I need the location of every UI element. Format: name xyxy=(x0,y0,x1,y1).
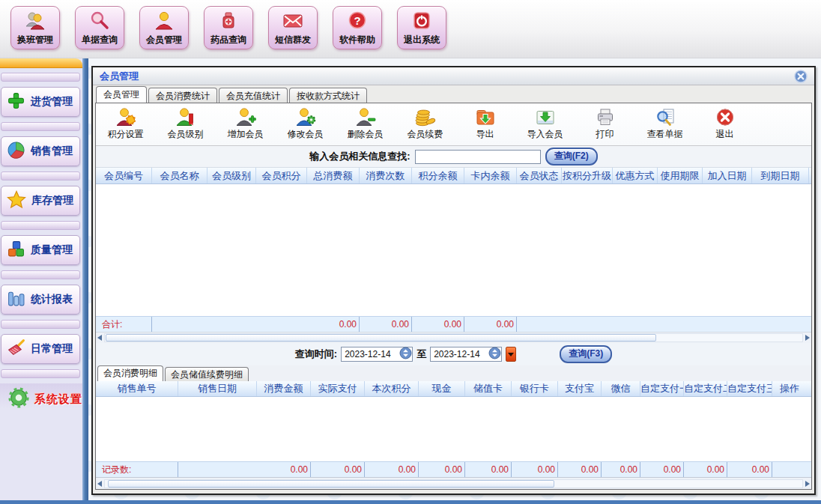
bottom-edge-bar xyxy=(0,500,821,504)
column-header[interactable]: 支付宝 xyxy=(558,381,602,396)
column-header[interactable]: 自定支付三 xyxy=(727,381,772,396)
toolbar-button-label: 会员管理 xyxy=(146,34,182,46)
column-header[interactable]: 实际支付 xyxy=(311,381,365,396)
spinner-icon[interactable] xyxy=(399,347,412,362)
column-header[interactable]: 加入日期 xyxy=(703,168,752,183)
members-table-body[interactable] xyxy=(96,184,811,316)
column-header[interactable]: 到期日期 xyxy=(752,168,809,183)
scrollbar-thumb[interactable] xyxy=(106,334,656,341)
tab-recharge-stats[interactable]: 会员充值统计 xyxy=(219,88,288,103)
scrollbar-track[interactable] xyxy=(104,479,803,488)
date-to-field[interactable]: 2023-12-14 xyxy=(430,347,502,362)
scroll-right-arrow[interactable] xyxy=(805,481,810,487)
panel-title: 会员管理 xyxy=(100,70,139,83)
column-header[interactable]: 操作 xyxy=(772,381,807,396)
column-header[interactable]: 会员编号 xyxy=(96,168,152,183)
view-receipt-button[interactable]: 查看单据 xyxy=(640,106,690,145)
shift-people-icon xyxy=(24,10,46,32)
column-header[interactable]: 现金 xyxy=(419,381,465,396)
import-member-button[interactable]: 导入会员 xyxy=(520,106,570,145)
column-header[interactable]: 积分余额 xyxy=(412,168,464,183)
member-management-window: 会员管理 会员管理 会员消费统计 会员充值统计 按收款方式统计 xyxy=(91,66,816,495)
members-table-header: 会员编号 会员名称 会员级别 会员积分 总消费额 消费次数 积分余额 卡内余额 … xyxy=(96,168,811,184)
column-header[interactable]: 自定支付一 xyxy=(640,381,684,396)
member-toolbar-label: 积分设置 xyxy=(108,128,144,141)
query-f3-button[interactable]: 查询(F3) xyxy=(560,345,612,363)
column-header[interactable]: 优惠方式 xyxy=(613,168,658,183)
column-header[interactable]: 消费金额 xyxy=(257,381,311,396)
sidebar-item-purchase[interactable]: 进货管理 xyxy=(1,87,80,117)
total-times-value: 0.00 xyxy=(360,317,412,333)
toolbar-button-exit-system[interactable]: 退出系统 xyxy=(397,6,446,49)
toolbar-button-shift[interactable]: 换班管理 xyxy=(10,6,60,49)
exit-button[interactable]: 退出 xyxy=(700,106,750,145)
toolbar-button-help[interactable]: ? 软件帮助 xyxy=(333,6,382,49)
close-x-icon xyxy=(715,106,736,127)
scrollbar-track[interactable] xyxy=(104,333,803,342)
doc-magnifier-icon xyxy=(655,106,676,127)
print-button[interactable]: 打印 xyxy=(580,106,630,145)
sidebar-separator xyxy=(1,122,80,131)
member-toolbar-label: 打印 xyxy=(596,128,614,141)
export-button[interactable]: 导出 xyxy=(460,106,510,145)
column-header[interactable]: 本次积分 xyxy=(365,381,419,396)
tab-content: 积分设置 会员级别 xyxy=(95,103,812,490)
column-header[interactable]: 会员级别 xyxy=(207,168,256,183)
edit-member-button[interactable]: 修改会员 xyxy=(280,106,330,145)
member-level-button[interactable]: 会员级别 xyxy=(160,106,210,145)
column-header[interactable]: 销售单号 xyxy=(96,381,178,396)
tab-consume-stats[interactable]: 会员消费统计 xyxy=(148,88,217,103)
column-header[interactable]: 银行卡 xyxy=(512,381,558,396)
detail-table-body[interactable] xyxy=(96,397,811,461)
column-header[interactable]: 按积分升级 xyxy=(562,168,613,183)
scroll-left-arrow[interactable] xyxy=(97,335,102,341)
detail-tabs: 会员消费明细 会员储值续费明细 xyxy=(96,365,811,381)
members-totals-row: 合计: 0.00 0.00 0.00 0.00 xyxy=(96,316,811,332)
column-header[interactable]: 卡内余额 xyxy=(464,168,517,183)
delete-member-button[interactable]: 删除会员 xyxy=(340,106,390,145)
column-header[interactable]: 储值卡 xyxy=(465,381,512,396)
column-header[interactable]: 使用期限 xyxy=(658,168,703,183)
add-member-button[interactable]: 增加会员 xyxy=(220,106,270,145)
toolbar-button-member[interactable]: 会员管理 xyxy=(139,6,189,49)
column-header[interactable]: 总消费额 xyxy=(307,168,360,183)
query-time-label: 查询时间: xyxy=(295,347,337,361)
column-header[interactable]: 微信 xyxy=(602,381,640,396)
sidebar-item-settings[interactable]: 系统设置 xyxy=(0,383,82,415)
tab-consume-detail[interactable]: 会员消费明细 xyxy=(97,365,163,381)
points-settings-button[interactable]: 积分设置 xyxy=(100,106,151,145)
toolbar-button-medicine-search[interactable]: 药品查询 xyxy=(204,6,253,49)
sidebar-item-daily[interactable]: 日常管理 xyxy=(1,334,80,364)
sidebar-item-reports[interactable]: 统计报表 xyxy=(1,285,80,315)
scroll-left-arrow[interactable] xyxy=(97,481,102,487)
bar-chart-icon xyxy=(7,289,25,311)
top-toolbar: 换班管理 单据查询 会员管理 xyxy=(0,0,821,58)
plus-icon xyxy=(7,91,25,113)
search-f2-button[interactable]: 查询(F2) xyxy=(545,148,598,166)
scroll-right-arrow[interactable] xyxy=(805,335,810,341)
spinner-icon[interactable] xyxy=(488,347,501,362)
renew-member-button[interactable]: 会员续费 xyxy=(400,106,450,145)
column-header[interactable]: 销售日期 xyxy=(178,381,257,396)
sidebar-item-quality[interactable]: 质量管理 xyxy=(1,235,80,265)
sidebar-item-inventory[interactable]: 库存管理 xyxy=(1,186,80,216)
toolbar-button-receipt-search[interactable]: 单据查询 xyxy=(75,6,124,49)
member-search-input[interactable] xyxy=(415,150,541,164)
column-header[interactable]: 会员状态 xyxy=(517,168,562,183)
sidebar-item-sales[interactable]: 销售管理 xyxy=(1,136,80,166)
column-header[interactable]: 自定支付二 xyxy=(684,381,727,396)
column-header[interactable]: 会员名称 xyxy=(152,168,207,183)
tab-payment-method-stats[interactable]: 按收款方式统计 xyxy=(289,88,367,103)
column-header[interactable]: 会员积分 xyxy=(256,168,307,183)
receipt-search-icon xyxy=(89,10,110,32)
scrollbar-thumb[interactable] xyxy=(108,480,554,488)
date-dropdown-button[interactable] xyxy=(506,347,516,362)
panel-title-bar: 会员管理 xyxy=(93,67,814,85)
toolbar-button-sms[interactable]: 短信群发 xyxy=(268,6,318,49)
date-from-field[interactable]: 2023-12-14 xyxy=(341,347,413,362)
sidebar-item-label: 销售管理 xyxy=(31,145,73,158)
tab-member-management[interactable]: 会员管理 xyxy=(96,86,147,103)
close-icon[interactable] xyxy=(794,70,808,83)
tab-stored-value-detail[interactable]: 会员储值续费明细 xyxy=(165,367,249,381)
column-header[interactable]: 消费次数 xyxy=(360,168,412,183)
